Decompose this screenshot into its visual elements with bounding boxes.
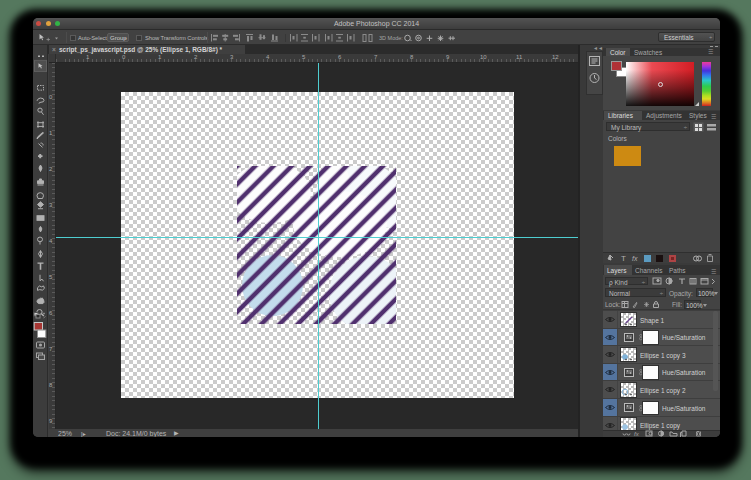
svg-text:fx: fx [634, 431, 640, 437]
svg-text:fx: fx [632, 255, 638, 262]
svg-text:T: T [621, 254, 626, 263]
